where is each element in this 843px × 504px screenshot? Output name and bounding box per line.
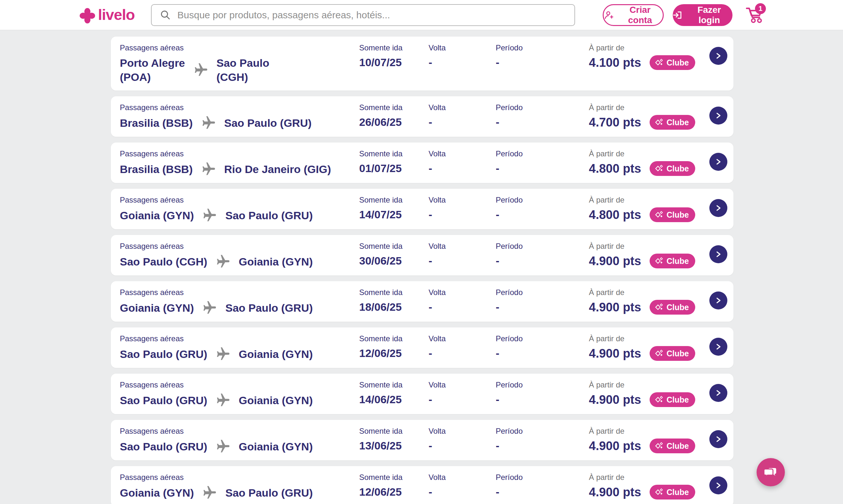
arrow-cell [709, 241, 734, 269]
open-offer-button[interactable] [709, 430, 727, 448]
outbound-date: 18/06/25 [359, 301, 428, 313]
logo-text: livelo [98, 7, 135, 24]
price-row: 4.900 pts Clube [589, 300, 709, 314]
open-offer-button[interactable] [709, 476, 727, 494]
period-value: - [496, 254, 589, 267]
category-label: Passagens aéreas [120, 426, 359, 436]
return-cell: Volta - [428, 149, 496, 177]
open-offer-button[interactable] [709, 153, 727, 171]
flight-card[interactable]: Passagens aéreas Brasilia (BSB) Sao Paul… [111, 96, 734, 137]
flight-card[interactable]: Passagens aéreas Brasilia (BSB) Rio De J… [111, 143, 734, 183]
sparkle-diamonds-icon [655, 58, 664, 67]
points-value: 4.900 pts [589, 485, 641, 499]
clube-label: Clube [667, 349, 689, 358]
category-label: Passagens aéreas [120, 288, 359, 297]
destination-city: Goiania (GYN) [239, 439, 313, 454]
price-row: 4.700 pts Clube [589, 115, 709, 130]
outbound-label: Somente ida [359, 149, 428, 159]
open-offer-button[interactable] [709, 291, 727, 309]
route-cell: Passagens aéreas Goiania (GYN) Sao Paulo… [120, 288, 359, 315]
period-cell: Período - [496, 472, 589, 500]
flight-card[interactable]: Passagens aéreas Sao Paulo (GRU) Goiania… [111, 420, 734, 460]
sparkle-diamonds-icon [655, 395, 664, 404]
origin-city: Sao Paulo (GRU) [120, 347, 207, 361]
price-label: À partir de [589, 426, 709, 436]
livelo-logo[interactable]: livelo [80, 7, 135, 24]
clube-label: Clube [667, 118, 689, 127]
category-label: Passagens aéreas [120, 472, 359, 482]
route: Sao Paulo (GRU) Goiania (GYN) [120, 347, 359, 361]
route: Sao Paulo (GRU) Goiania (GYN) [120, 393, 359, 408]
chevron-right-icon [714, 111, 723, 120]
route: Porto Alegre (POA) Sao Paulo (CGH) [120, 56, 359, 84]
search-bar[interactable] [151, 4, 575, 26]
category-label: Passagens aéreas [120, 380, 359, 390]
arrow-cell [709, 288, 734, 315]
price-cell: À partir de 4.800 pts Clube [589, 149, 709, 177]
open-offer-button[interactable] [709, 245, 727, 263]
arrow-cell [709, 426, 734, 454]
outbound-label: Somente ida [359, 241, 428, 251]
period-cell: Período - [496, 43, 589, 84]
plane-icon [201, 162, 216, 177]
period-value: - [496, 393, 589, 406]
cart-button[interactable]: 1 [744, 4, 765, 26]
flight-card[interactable]: Passagens aéreas Sao Paulo (CGH) Goiania… [111, 235, 734, 275]
route-cell: Passagens aéreas Sao Paulo (GRU) Goiania… [120, 426, 359, 454]
clube-label: Clube [667, 58, 689, 67]
open-offer-button[interactable] [709, 384, 727, 402]
route-cell: Passagens aéreas Goiania (GYN) Sao Paulo… [120, 472, 359, 500]
period-label: Período [496, 288, 589, 297]
sparkle-diamonds-icon [655, 256, 664, 266]
plane-icon [215, 439, 230, 454]
search-input[interactable] [177, 10, 566, 20]
clube-badge: Clube [650, 300, 695, 314]
return-label: Volta [428, 149, 496, 159]
price-label: À partir de [589, 334, 709, 343]
outbound-cell: Somente ida 12/06/25 [359, 334, 428, 361]
flight-card[interactable]: Passagens aéreas Sao Paulo (GRU) Goiania… [111, 327, 734, 368]
period-label: Período [496, 334, 589, 343]
outbound-date: 14/06/25 [359, 393, 428, 406]
open-offer-button[interactable] [709, 338, 727, 356]
origin-city: Goiania (GYN) [120, 301, 194, 315]
period-cell: Período - [496, 334, 589, 361]
flight-card[interactable]: Passagens aéreas Goiania (GYN) Sao Paulo… [111, 189, 734, 229]
price-cell: À partir de 4.900 pts Clube [589, 334, 709, 361]
route: Brasilia (BSB) Sao Paulo (GRU) [120, 115, 359, 130]
period-value: - [496, 485, 589, 498]
chat-button[interactable] [757, 458, 785, 486]
route: Goiania (GYN) Sao Paulo (GRU) [120, 301, 359, 315]
points-value: 4.900 pts [589, 254, 641, 268]
period-label: Período [496, 149, 589, 159]
price-cell: À partir de 4.800 pts Clube [589, 195, 709, 223]
plane-icon [215, 393, 230, 408]
flight-card[interactable]: Passagens aéreas Goiania (GYN) Sao Paulo… [111, 466, 734, 504]
chevron-right-icon [714, 389, 723, 397]
chevron-right-icon [714, 157, 723, 166]
period-label: Período [496, 43, 589, 53]
price-cell: À partir de 4.900 pts Clube [589, 241, 709, 269]
return-label: Volta [428, 288, 496, 297]
open-offer-button[interactable] [709, 199, 727, 217]
route-cell: Passagens aéreas Sao Paulo (CGH) Goiania… [120, 241, 359, 269]
route-cell: Passagens aéreas Sao Paulo (GRU) Goiania… [120, 380, 359, 408]
chevron-right-icon [714, 435, 723, 444]
flight-card[interactable]: Passagens aéreas Porto Alegre (POA) Sao … [111, 37, 734, 91]
origin-city: Sao Paulo (GRU) [120, 393, 207, 407]
price-label: À partir de [589, 195, 709, 205]
login-button[interactable]: Fazer login [673, 4, 733, 26]
outbound-date: 12/06/25 [359, 485, 428, 498]
return-value: - [428, 347, 496, 360]
outbound-cell: Somente ida 30/06/25 [359, 241, 428, 269]
plane-icon [193, 62, 208, 77]
plane-icon [201, 115, 216, 130]
flight-card[interactable]: Passagens aéreas Sao Paulo (GRU) Goiania… [111, 374, 734, 414]
create-account-button[interactable]: Criar conta [603, 4, 664, 26]
outbound-date: 01/07/25 [359, 162, 428, 175]
flight-card[interactable]: Passagens aéreas Goiania (GYN) Sao Paulo… [111, 281, 734, 322]
open-offer-button[interactable] [709, 107, 727, 125]
open-offer-button[interactable] [709, 47, 727, 65]
outbound-label: Somente ida [359, 380, 428, 390]
person-plus-icon [604, 10, 614, 20]
